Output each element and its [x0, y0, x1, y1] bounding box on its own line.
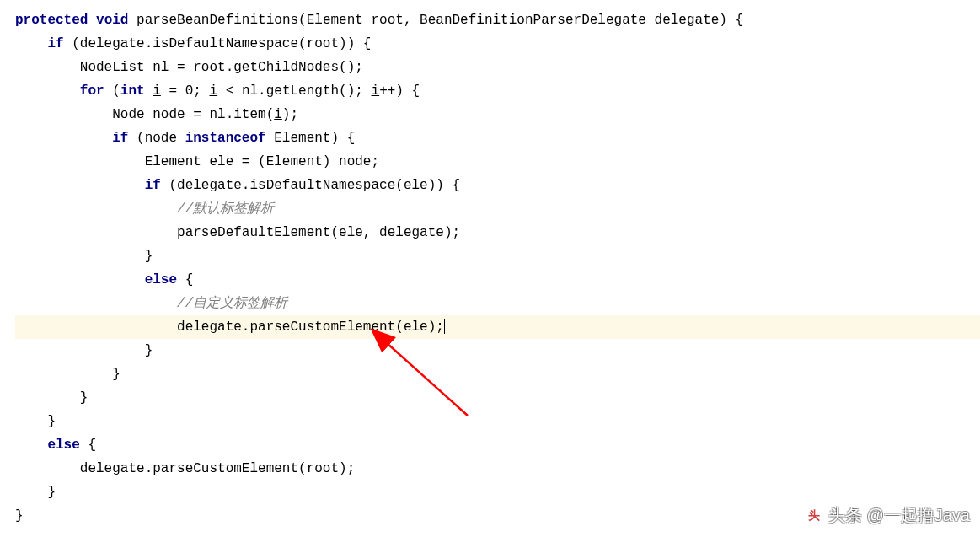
code-line-4: for (int i = 0; i < nl.getLength(); i++)… — [15, 79, 980, 103]
code-line-18: } — [15, 410, 980, 433]
code-line-5: Node node = nl.item(i); — [15, 103, 980, 126]
code-line-19: else { — [15, 433, 980, 457]
code-editor[interactable]: protected void parseBeanDefinitions(Elem… — [15, 8, 980, 528]
code-line-1: protected void parseBeanDefinitions(Elem… — [15, 8, 980, 32]
keyword-if: if — [47, 36, 63, 51]
code-line-13: //自定义标签解析 — [15, 292, 980, 315]
code-line-6: if (node instanceof Element) { — [15, 126, 980, 150]
watermark-logo-icon: 头 — [805, 506, 823, 524]
method-params: (Element root, BeanDefinitionParserDeleg… — [298, 13, 743, 28]
keyword-if: if — [112, 131, 128, 146]
keyword-else: else — [145, 272, 177, 287]
code-line-21: } — [15, 481, 980, 504]
code-line-17: } — [15, 386, 980, 410]
keyword-protected: protected — [15, 13, 88, 28]
keyword-if: if — [145, 178, 161, 193]
keyword-else: else — [47, 438, 79, 453]
keyword-int: int — [120, 83, 145, 99]
code-line-10: parseDefaultElement(ele, delegate); — [15, 221, 980, 244]
number-literal: 0 — [185, 83, 194, 99]
keyword-instanceof: instanceof — [185, 131, 266, 146]
code-line-20: delegate.parseCustomElement(root); — [15, 457, 980, 481]
code-line-16: } — [15, 362, 980, 386]
code-line-15: } — [15, 339, 980, 362]
code-line-7: Element ele = (Element) node; — [15, 150, 980, 174]
code-line-11: } — [15, 244, 980, 268]
keyword-for: for — [80, 83, 104, 99]
method-name: parseBeanDefinitions — [137, 13, 298, 28]
comment-default-tag: //默认标签解析 — [15, 201, 274, 217]
code-line-12: else { — [15, 268, 980, 292]
code-line-14-highlighted: delegate.parseCustomElement(ele); — [15, 315, 980, 339]
code-line-8: if (delegate.isDefaultNamespace(ele)) { — [15, 174, 980, 197]
watermark-text: 头条 @一起撸Java — [828, 503, 970, 527]
code-line-2: if (delegate.isDefaultNamespace(root)) { — [15, 32, 980, 56]
code-line-3: NodeList nl = root.getChildNodes(); — [15, 56, 980, 79]
keyword-void: void — [96, 13, 128, 28]
watermark: 头 头条 @一起撸Java — [805, 503, 970, 527]
comment-custom-tag: //自定义标签解析 — [15, 296, 287, 311]
text-cursor — [444, 319, 446, 334]
code-line-9: //默认标签解析 — [15, 197, 980, 221]
